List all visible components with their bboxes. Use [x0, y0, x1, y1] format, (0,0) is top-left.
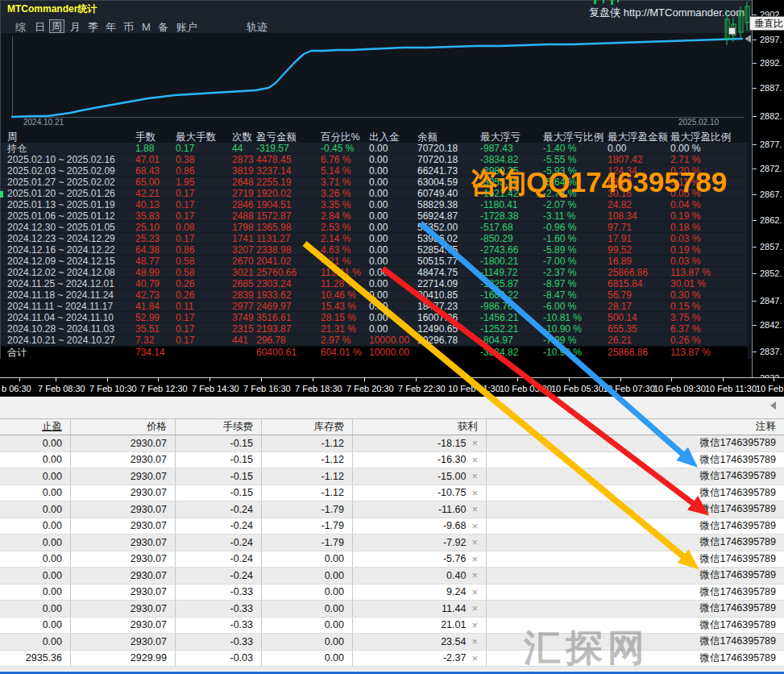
close-order-icon[interactable]: ×: [471, 520, 478, 532]
menu-item-10[interactable]: 账户: [176, 21, 197, 33]
order-row[interactable]: 0.002930.07-0.15-1.12-10.75×微信1746395789: [0, 485, 784, 502]
order-cell-swap: 0.00: [262, 568, 353, 584]
close-order-icon[interactable]: ×: [471, 635, 478, 647]
order-row[interactable]: 0.002930.07-0.24-1.79-9.68×微信1746395789: [0, 518, 784, 535]
order-value: 2930.07: [131, 603, 167, 614]
order-row[interactable]: 0.002930.07-0.330.0023.54×微信1746395789: [0, 634, 784, 651]
order-cell-commission: -0.33: [176, 601, 262, 617]
column-header: 出入金: [369, 131, 400, 143]
close-order-icon[interactable]: ×: [471, 437, 478, 449]
stats-cell: 0.38: [176, 154, 194, 165]
stats-cell: 0.00: [369, 154, 388, 165]
order-row[interactable]: 0.002930.07-0.15-1.12-18.15×微信1746395789: [0, 435, 784, 452]
time-label: 7 Feb 14:30: [192, 384, 239, 393]
menu-item-6[interactable]: 年: [106, 21, 116, 33]
order-row[interactable]: 0.002930.07-0.15-1.12-16.30×微信1746395789: [0, 452, 784, 469]
order-cell-tp: 0.00: [0, 485, 71, 501]
menu-item-8[interactable]: M: [142, 21, 151, 33]
price-axis[interactable]: 2902.2897.2892.2887.2882.2877.2872.2867.…: [752, 0, 784, 377]
orders-column-header[interactable]: 注释: [487, 419, 784, 435]
close-order-icon[interactable]: ×: [471, 652, 478, 664]
close-order-icon[interactable]: ×: [471, 470, 478, 482]
order-cell-profit: -16.30×: [353, 452, 487, 468]
order-row[interactable]: 0.002930.07-0.240.000.40×微信1746395789: [0, 568, 784, 585]
close-order-icon[interactable]: ×: [471, 487, 478, 499]
stats-cell: 52.99: [135, 312, 160, 323]
stats-cell: 48474.75: [417, 267, 458, 278]
price-label: 2877.: [760, 139, 782, 149]
order-row[interactable]: 0.002930.07-0.330.009.24×微信1746395789: [0, 585, 784, 601]
order-value: 0.00: [43, 487, 62, 498]
stats-cell: -319.57: [256, 143, 289, 154]
orders-header-label: 手续费: [223, 420, 254, 434]
stats-cell: 58829.38: [417, 199, 458, 210]
order-row[interactable]: 2935.362929.99-0.030.00-2.37×微信174639578…: [0, 651, 784, 668]
menu-item-7[interactable]: 币: [123, 21, 134, 33]
stats-cell: 6815.84: [608, 278, 642, 289]
order-value: 0.00: [325, 603, 344, 614]
order-row[interactable]: 0.002930.07-0.240.00-5.76×微信1746395789: [0, 551, 784, 568]
order-row[interactable]: 0.002930.07-0.24-1.79-11.60×微信1746395789: [0, 501, 784, 518]
close-order-icon[interactable]: ×: [471, 454, 478, 466]
stats-cell: 0.19 %: [670, 210, 700, 222]
order-value: -16.30: [438, 454, 466, 465]
close-order-icon[interactable]: ×: [471, 503, 478, 515]
close-order-icon[interactable]: ×: [471, 569, 478, 581]
price-tick: [753, 325, 757, 326]
orders-column-header[interactable]: 止盈: [0, 419, 71, 435]
menu-item-5[interactable]: 季: [88, 21, 98, 33]
stats-cell: 500.14: [608, 312, 637, 323]
order-value: 0.00: [43, 454, 62, 465]
order-cell-tp: 0.00: [0, 634, 71, 650]
orders-column-header[interactable]: 手续费: [176, 419, 262, 435]
collapse-arrow-icon[interactable]: [745, 35, 751, 43]
close-order-icon[interactable]: ×: [471, 536, 478, 548]
menu-item-9[interactable]: 备: [158, 21, 168, 33]
chart-object-marker: [728, 27, 736, 35]
stats-cell: 35.51: [135, 323, 160, 335]
order-row[interactable]: 0.002930.07-0.330.0011.44×微信1746395789: [0, 601, 784, 618]
stats-cell: 2315: [232, 323, 254, 335]
menu-item-4[interactable]: 月: [70, 21, 81, 33]
stats-cell: 0.58: [176, 256, 194, 267]
close-order-icon[interactable]: ×: [471, 619, 478, 631]
stats-cell: -1825.87: [480, 278, 518, 289]
stats-cell: -517.68: [480, 222, 513, 233]
close-order-icon[interactable]: ×: [471, 602, 478, 614]
stats-cell: 2024.10.21 ~ 2024.10.27: [7, 335, 115, 346]
order-row[interactable]: 0.002930.07-0.15-1.12-15.00×微信1746395789: [0, 468, 784, 485]
order-cell-swap: 0.00: [262, 585, 353, 601]
price-tick: [753, 352, 757, 352]
close-order-icon[interactable]: ×: [471, 553, 478, 565]
order-cell-profit: -10.75×: [353, 485, 487, 501]
price-tick: [753, 63, 757, 64]
order-row[interactable]: 0.002930.07-0.24-1.79-7.92×微信1746395789: [0, 535, 784, 551]
order-cell-commission: -0.03: [176, 651, 262, 667]
stats-cell: 0.00: [369, 165, 388, 177]
orders-column-header[interactable]: 库存费: [262, 419, 353, 435]
equity-line: [12, 39, 742, 117]
stats-cell: 1933.62: [256, 289, 291, 301]
stats-cell: 3749: [232, 312, 254, 323]
menu-item-3[interactable]: 周: [49, 19, 64, 33]
orders-column-header[interactable]: 获利: [353, 419, 487, 435]
stats-row: 2024.11.18 ~ 2024.11.2442.730.2628391933…: [1, 289, 748, 301]
menu-item-11[interactable]: 轨迹: [247, 21, 268, 33]
order-value: -18.15: [438, 438, 466, 449]
time-tick: [107, 378, 108, 381]
close-order-icon[interactable]: ×: [471, 586, 478, 598]
time-axis[interactable]: b 06:307 Feb 08:307 Feb 10:307 Feb 12:30…: [0, 377, 784, 397]
scroll-left-icon[interactable]: [770, 401, 776, 410]
stats-cell: 1.95: [176, 177, 194, 188]
stats-cell: 15.43 %: [321, 301, 356, 312]
order-row[interactable]: 0.002930.07-0.330.0021.01×微信1746395789: [0, 618, 784, 634]
order-cell-swap: -1.12: [262, 485, 353, 501]
menu-item-2[interactable]: 日: [35, 21, 45, 33]
menu-item-1[interactable]: 综: [15, 21, 26, 33]
stats-cell: -1.60 %: [543, 233, 576, 244]
stats-cell: 53986.02: [417, 233, 458, 244]
stats-cell: 0.00: [608, 143, 626, 154]
orders-column-header[interactable]: 价格: [71, 419, 176, 435]
stats-cell: 2.53 %: [321, 222, 351, 233]
order-value: 0.00: [325, 553, 344, 564]
